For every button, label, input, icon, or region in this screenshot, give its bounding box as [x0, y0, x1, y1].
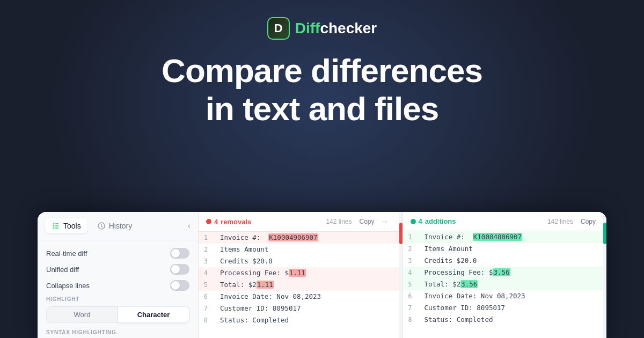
left-scrollbar[interactable] — [399, 212, 402, 338]
tab-tools[interactable]: Tools — [45, 218, 87, 233]
tab-history[interactable]: History — [91, 218, 139, 233]
right-diff-content: 1 Invoice #: K10004806907 2 Items Amount… — [403, 231, 604, 338]
header: Diffchecker Compare differences in text … — [0, 0, 644, 128]
right-diff-header: 4 additions 142 lines Copy — [403, 212, 604, 231]
highlight-buttons: Word Character — [46, 306, 189, 323]
right-scrollbar-thumb — [603, 223, 606, 244]
added-highlight-fee: 3.56 — [493, 268, 510, 276]
right-line-4: 4 Processing Fee: $3.56 — [403, 267, 604, 278]
removed-highlight-fee: 1.11 — [289, 269, 306, 277]
right-diff-panel: 4 additions 142 lines Copy 1 Invoice #: … — [403, 212, 604, 338]
left-scrollbar-thumb — [399, 223, 402, 244]
arrow-icon: → — [378, 217, 392, 226]
removal-label: removals — [221, 218, 251, 226]
removed-highlight: K10004906907 — [268, 233, 318, 241]
logo-row: Diffchecker — [267, 17, 377, 40]
tab-tools-label: Tools — [63, 222, 81, 230]
ui-card: Tools History ‹ Real-time diff Unified d… — [38, 212, 606, 338]
collapse-sidebar-button[interactable]: ‹ — [188, 221, 191, 231]
svg-point-2 — [53, 227, 55, 229]
removed-highlight-total: 1.11 — [257, 281, 274, 289]
logo-diff: Diff — [295, 20, 320, 36]
left-line-2: 2 Items Amount — [199, 244, 399, 255]
option-realtime-label: Real-time diff — [46, 249, 87, 258]
right-line-7: 7 Customer ID: 8095017 — [403, 302, 604, 314]
left-diff-panel: 4 removals 142 lines Copy → 1 Invoice #:… — [199, 212, 399, 338]
logo-checker: checker — [320, 20, 377, 36]
hero-title: Compare differences in text and files — [162, 52, 482, 128]
left-line-5: 5 Total: $21.11 — [199, 279, 399, 291]
option-collapse: Collapse lines — [46, 280, 189, 291]
left-line-4: 4 Processing Fee: $1.11 — [199, 267, 399, 279]
removal-count: 4 — [214, 218, 218, 226]
right-copy-button[interactable]: Copy — [581, 218, 596, 225]
addition-badge: 4 additions — [411, 217, 456, 225]
right-line-1: 1 Invoice #: K10004806907 — [403, 231, 604, 243]
left-line-1: 1 Invoice #: K10004906907 — [199, 232, 399, 244]
svg-point-0 — [53, 223, 55, 225]
removal-dot-icon — [206, 219, 211, 224]
left-line-6: 6 Invoice Date: Nov 08,2023 — [199, 291, 399, 303]
right-line-2: 2 Items Amount — [403, 243, 604, 255]
right-line-8: 8 Status: Completed — [403, 314, 604, 326]
tab-history-label: History — [109, 222, 133, 230]
addition-dot-icon — [411, 219, 416, 224]
highlight-section-label: HIGHLIGHT — [46, 296, 189, 302]
option-unified-label: Unified diff — [46, 266, 79, 274]
svg-rect-5 — [55, 227, 58, 229]
sidebar: Tools History ‹ Real-time diff Unified d… — [38, 212, 199, 338]
svg-rect-4 — [55, 225, 58, 226]
option-unified: Unified diff — [46, 264, 189, 275]
left-diff-header: 4 removals 142 lines Copy → — [199, 212, 399, 232]
option-collapse-label: Collapse lines — [46, 282, 90, 290]
addition-count: 4 — [419, 217, 422, 225]
left-line-7: 7 Customer ID: 8095017 — [199, 303, 399, 314]
added-highlight: K10004806907 — [473, 233, 522, 241]
logo-icon — [267, 17, 290, 40]
tools-icon — [52, 222, 60, 230]
option-realtime-toggle[interactable] — [170, 248, 189, 259]
hero-line2: in text and files — [162, 90, 482, 128]
added-highlight-total: 3.56 — [460, 280, 478, 288]
highlight-word-button[interactable]: Word — [46, 306, 118, 323]
right-line-6: 6 Invoice Date: Nov 08,2023 — [403, 290, 604, 302]
logo-text: Diffchecker — [295, 20, 377, 37]
sidebar-options: Real-time diff Unified diff Collapse lin… — [38, 240, 198, 338]
left-line-3: 3 Credits $20.0 — [199, 255, 399, 267]
right-line-3: 3 Credits $20.0 — [403, 255, 604, 267]
hero-line1: Compare differences — [162, 52, 482, 90]
left-lines-info: 142 lines — [326, 218, 352, 225]
option-realtime: Real-time diff — [46, 248, 189, 259]
option-collapse-toggle[interactable] — [170, 280, 189, 291]
svg-point-1 — [53, 225, 55, 227]
left-line-8: 8 Status: Completed — [199, 314, 399, 326]
sidebar-tabs: Tools History ‹ — [38, 212, 198, 240]
diff-area: 4 removals 142 lines Copy → 1 Invoice #:… — [199, 212, 606, 338]
history-icon — [97, 222, 106, 230]
left-copy-button[interactable]: Copy — [359, 218, 374, 225]
removal-badge: 4 removals — [206, 218, 251, 226]
addition-label: additions — [425, 217, 456, 225]
syntax-section-label: SYNTAX HIGHLIGHTING — [46, 329, 189, 335]
highlight-character-button[interactable]: Character — [118, 306, 189, 323]
option-unified-toggle[interactable] — [170, 264, 189, 275]
svg-rect-3 — [55, 223, 58, 224]
right-line-5: 5 Total: $23.56 — [403, 278, 604, 290]
right-lines-info: 142 lines — [547, 218, 573, 225]
right-scrollbar[interactable] — [603, 212, 606, 338]
left-diff-content: 1 Invoice #: K10004906907 2 Items Amount… — [199, 232, 399, 338]
